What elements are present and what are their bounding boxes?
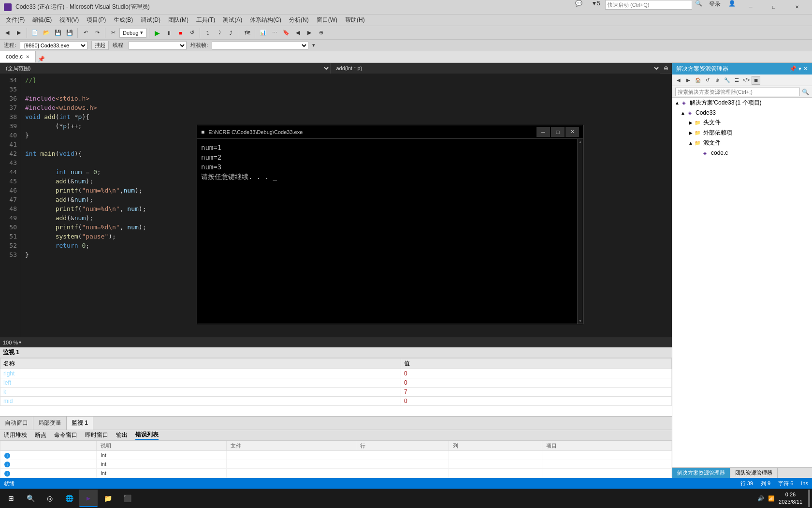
dbg-tab-local[interactable]: 局部变量 [33, 417, 67, 430]
dbg-tab-auto[interactable]: 自动窗口 [0, 417, 33, 430]
sol-btn-home[interactable]: 🏠 [694, 76, 702, 85]
sidebar-tab-solution[interactable]: 解决方案资源管理器 [672, 468, 730, 478]
nav-btn2[interactable]: ▶ [304, 28, 315, 38]
nav-btn3[interactable]: ⊕ [316, 28, 326, 38]
dbg-tab-watch1[interactable]: 监视 1 [67, 417, 93, 430]
menu-help[interactable]: 帮助(H) [341, 15, 369, 26]
menu-file[interactable]: 文件(F) [2, 15, 29, 26]
scroll-down-button[interactable]: ▼ [578, 318, 583, 324]
thread-select[interactable] [129, 41, 187, 50]
sol-btn-back[interactable]: ◀ [674, 76, 683, 85]
nav-btn1[interactable]: ◀ [292, 28, 303, 38]
stack-select[interactable] [212, 41, 308, 50]
error-tab-cmd[interactable]: 命令窗口 [54, 431, 77, 439]
tab-pin-icon[interactable]: 📌 [36, 56, 47, 62]
tree-code-c[interactable]: ◈ code.c [672, 148, 812, 158]
explorer-button[interactable]: 📁 [99, 490, 117, 507]
minimize-button[interactable]: ─ [740, 0, 762, 15]
tray-network-icon[interactable]: 📶 [768, 495, 775, 502]
watch-name-k[interactable]: k [0, 388, 401, 397]
menu-edit[interactable]: 编辑(E) [29, 15, 56, 26]
error-tab-immediate[interactable]: 即时窗口 [85, 431, 108, 439]
hang-button[interactable]: 挂起 [91, 41, 109, 50]
search-button[interactable]: 🔍 [21, 490, 40, 507]
stop-button[interactable]: ■ [175, 28, 186, 38]
restore-button[interactable]: □ [763, 0, 785, 15]
menu-team[interactable]: 团队(M) [164, 15, 192, 26]
process-select[interactable]: [9860] Code33.exe [20, 41, 87, 50]
quick-launch-input[interactable] [605, 0, 692, 10]
error-tab-breakpoints[interactable]: 断点 [35, 431, 46, 439]
sol-btn-forward[interactable]: ▶ [684, 76, 693, 85]
undo-button[interactable]: ↶ [80, 28, 91, 38]
tree-solution[interactable]: ▲ ◈ 解决方案'Code33'(1 个项目) [672, 98, 812, 108]
menu-build[interactable]: 生成(B) [110, 15, 137, 26]
solution-search-input[interactable] [675, 88, 800, 96]
save-button[interactable]: 💾 [53, 28, 63, 38]
sidebar-dropdown-icon[interactable]: ▾ [798, 65, 801, 72]
sol-btn-more1[interactable]: ⊕ [713, 76, 722, 85]
forward-button[interactable]: ▶ [14, 28, 24, 38]
sidebar-pin-icon[interactable]: 📌 [789, 65, 797, 72]
save-all-button[interactable]: 💾 [64, 28, 75, 38]
redo-button[interactable]: ↷ [92, 28, 102, 38]
bookmark-button[interactable]: 🔖 [281, 28, 291, 38]
menu-debug[interactable]: 调试(D) [137, 15, 164, 26]
sol-btn-refresh[interactable]: ↺ [703, 76, 712, 85]
tree-source-files[interactable]: ▲ 📁 源文件 [672, 138, 812, 148]
start-button[interactable]: ▶ [152, 28, 162, 38]
watch-name-left[interactable]: left [0, 378, 401, 388]
menu-view[interactable]: 视图(V) [56, 15, 83, 26]
sol-btn-properties[interactable]: 🔧 [723, 76, 731, 85]
perf-button[interactable]: 📊 [258, 28, 268, 38]
filter-icon[interactable]: ▼5 [587, 0, 604, 15]
step-out-button[interactable]: ⤴ [226, 28, 236, 38]
tree-headers[interactable]: ▶ 📁 头文件 [672, 118, 812, 128]
clock[interactable]: 0:26 2023/8/11 [779, 491, 802, 506]
scope-expand-icon[interactable]: ⊕ [660, 65, 672, 72]
cut-button[interactable]: ✂ [108, 28, 118, 38]
close-button[interactable]: ✕ [786, 0, 808, 15]
sidebar-tab-team[interactable]: 团队资源管理器 [730, 468, 778, 478]
tree-project[interactable]: ▲ ◈ Code33 [672, 108, 812, 118]
tree-external-deps[interactable]: ▶ 📁 外部依赖项 [672, 128, 812, 138]
profile-icon[interactable]: 👤 [725, 0, 739, 15]
console-scrollbar[interactable]: ▲ ▼ [577, 139, 583, 324]
more-button[interactable]: ⋯ [269, 28, 280, 38]
sol-btn-code-view[interactable]: </> [742, 76, 751, 85]
dropdown-icon[interactable]: ▾ [312, 42, 315, 48]
task-view-button[interactable]: ◎ [41, 490, 59, 507]
show-desktop-button[interactable] [808, 490, 810, 507]
zoom-dropdown-icon[interactable]: ▾ [19, 340, 21, 345]
menu-arch[interactable]: 体系结构(C) [246, 15, 285, 26]
tab-close-icon[interactable]: ✕ [26, 54, 29, 60]
scroll-up-button[interactable]: ▲ [578, 139, 583, 145]
vs-taskbar-button[interactable]: ▸ [79, 490, 98, 507]
sidebar-close-icon[interactable]: ✕ [803, 65, 808, 72]
menu-window[interactable]: 窗口(W) [313, 15, 341, 26]
console-close-button[interactable]: ✕ [566, 127, 579, 137]
open-file-button[interactable]: 📂 [41, 28, 52, 38]
edge-button[interactable]: 🌐 [60, 490, 78, 507]
sol-btn-active[interactable]: ◼ [752, 76, 760, 85]
step-over-button[interactable]: ⤸ [214, 28, 225, 38]
error-tab-errors[interactable]: 错误列表 [135, 431, 159, 440]
tab-code-c[interactable]: code.c ✕ [0, 51, 36, 62]
watch-name-right[interactable]: right [0, 369, 401, 378]
notification-icon[interactable]: 💬 [571, 0, 586, 15]
start-menu-button[interactable]: ⊞ [2, 490, 20, 507]
scope-left-dropdown[interactable]: (全局范围) [0, 63, 330, 74]
watch-name-mid[interactable]: mid [0, 397, 401, 406]
pause-button[interactable]: ⏸ [163, 28, 174, 38]
tray-volume-icon[interactable]: 🔊 [757, 495, 764, 502]
restart-button[interactable]: ↺ [187, 28, 197, 38]
error-tab-call-stack[interactable]: 调用堆栈 [4, 431, 27, 439]
solution-search-icon[interactable]: 🔍 [802, 89, 809, 95]
new-file-button[interactable]: 📄 [29, 28, 40, 38]
error-tab-output[interactable]: 输出 [116, 431, 128, 439]
console-minimize-button[interactable]: ─ [536, 127, 550, 137]
menu-test[interactable]: 测试(A) [219, 15, 246, 26]
step-into-button[interactable]: ⤵ [203, 28, 213, 38]
menu-project[interactable]: 项目(P) [83, 15, 110, 26]
console-restore-button[interactable]: □ [551, 127, 565, 137]
